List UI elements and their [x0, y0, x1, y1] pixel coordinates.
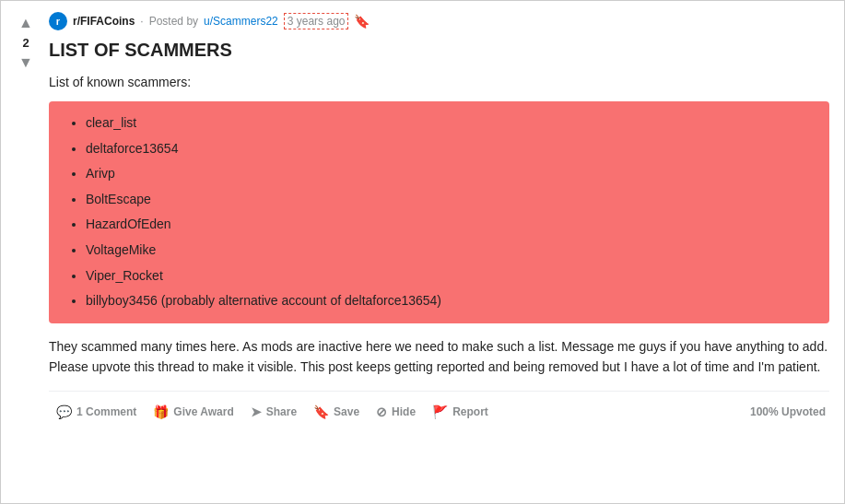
comment-button[interactable]: 💬 1 Comment	[49, 399, 144, 425]
list-item: billyboy3456 (probably alternative accou…	[86, 292, 811, 311]
post-intro: List of known scammers:	[49, 73, 829, 92]
upvote-percentage: 100% Upvoted	[750, 405, 829, 418]
list-item: HazardOfEden	[86, 216, 811, 234]
share-label: Share	[266, 405, 297, 418]
action-bar: 💬 1 Comment 🎁 Give Award ➤ Share 🔖 Save …	[49, 391, 829, 432]
share-icon: ➤	[251, 404, 262, 419]
report-label: Report	[452, 405, 488, 418]
save-icon: 🔖	[313, 404, 329, 419]
downvote-button[interactable]: ▼	[17, 53, 35, 72]
list-item: Viper_Rocket	[86, 267, 811, 286]
bookmark-icon: 🔖	[354, 14, 370, 29]
list-item: BoltEscape	[86, 191, 811, 209]
upvote-icon: ▲	[18, 15, 33, 31]
scammer-list: clear_list deltaforce13654 Arivp BoltEsc…	[67, 114, 811, 311]
vote-count: 2	[22, 36, 29, 50]
list-item: Arivp	[86, 165, 811, 183]
list-item: deltaforce13654	[86, 140, 811, 158]
subreddit-icon: r	[49, 12, 67, 30]
vote-column: ▲ 2 ▼	[12, 12, 40, 432]
hide-label: Hide	[392, 405, 416, 418]
upvote-button[interactable]: ▲	[17, 14, 35, 32]
hide-button[interactable]: ⊘ Hide	[369, 399, 423, 425]
post-meta: r r/FIFACoins · Posted by u/Scammers22 3…	[49, 12, 829, 30]
list-item: clear_list	[86, 114, 811, 133]
timestamp: 3 years ago	[284, 13, 349, 29]
username[interactable]: u/Scammers22	[204, 15, 278, 28]
downvote-icon: ▼	[18, 54, 33, 71]
posted-by-label: Posted by	[149, 15, 198, 28]
report-icon: 🚩	[432, 404, 448, 419]
report-button[interactable]: 🚩 Report	[425, 399, 496, 425]
post-title: LIST OF SCAMMERS	[49, 38, 829, 62]
save-button[interactable]: 🔖 Save	[306, 399, 367, 425]
hide-icon: ⊘	[376, 404, 387, 419]
save-label: Save	[334, 405, 359, 418]
share-button[interactable]: ➤ Share	[243, 399, 304, 425]
list-item: VoltageMike	[86, 241, 811, 260]
award-label: Give Award	[173, 405, 233, 418]
comment-icon: 💬	[56, 404, 72, 419]
separator: ·	[140, 15, 143, 28]
post-card: ▲ 2 ▼ r r/FIFACoins · Posted by u/Scamme…	[0, 0, 845, 504]
scammer-list-container: clear_list deltaforce13654 Arivp BoltEsc…	[49, 101, 829, 323]
award-icon: 🎁	[153, 404, 169, 419]
post-description: They scammed many times here. As mods ar…	[49, 336, 829, 378]
give-award-button[interactable]: 🎁 Give Award	[146, 399, 241, 425]
post-content: r r/FIFACoins · Posted by u/Scammers22 3…	[40, 12, 829, 432]
subreddit-name[interactable]: r/FIFACoins	[73, 15, 135, 28]
comment-label: 1 Comment	[76, 405, 136, 418]
